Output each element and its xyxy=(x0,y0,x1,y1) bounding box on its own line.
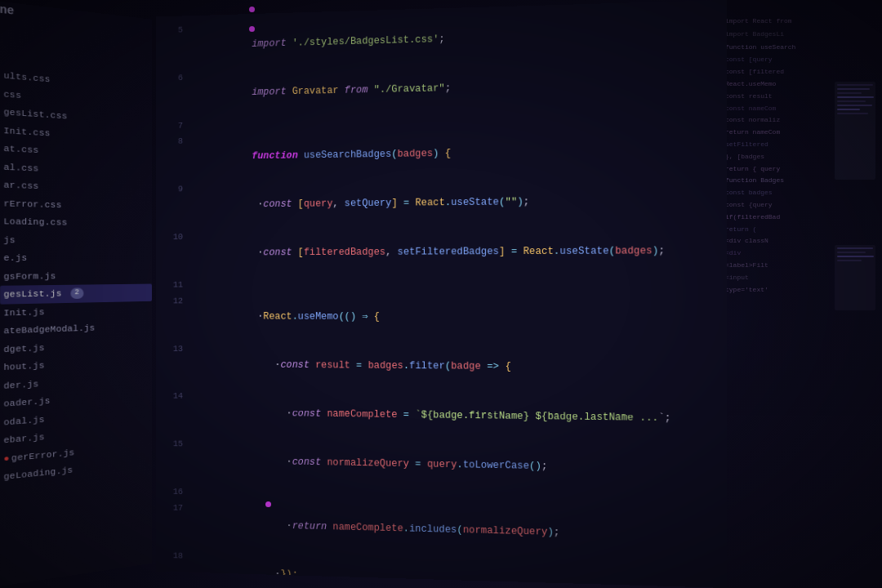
line-number: 9 xyxy=(159,181,183,196)
pink-dot-3 xyxy=(265,501,271,507)
file-name: hout.js xyxy=(3,361,44,372)
file-name: oader.js xyxy=(3,396,50,409)
line-content: ·React.useMemo(() ⇒ { xyxy=(194,293,723,344)
file-name: geLoading.js xyxy=(3,466,73,482)
code-area: 5 import './styles/BadgesList.css'; 6 im… xyxy=(156,0,727,588)
file-name: rError.css xyxy=(3,198,61,210)
line-number: 6 xyxy=(159,70,183,86)
file-item-e-js[interactable]: e.js xyxy=(3,249,152,267)
file-name: ateBadgeModal.js xyxy=(3,323,95,336)
file-item-js[interactable]: js xyxy=(3,231,152,250)
line-number: 18 xyxy=(159,547,183,563)
file-name: odal.js xyxy=(3,414,44,427)
file-name: Init.css xyxy=(3,126,50,138)
line-number: 8 xyxy=(159,134,183,149)
minimap-box-2 xyxy=(835,245,875,310)
code-line-13: 13 ·const result = badges.filter(badge =… xyxy=(156,341,727,394)
file-name: ar.css xyxy=(3,180,38,191)
file-item-gsform-js[interactable]: gsForm.js xyxy=(3,267,152,286)
tne-label: Tne xyxy=(0,2,14,18)
file-name: ebar.js xyxy=(3,432,44,445)
code-editor: 5 import './styles/BadgesList.css'; 6 im… xyxy=(156,0,727,588)
minimap-box xyxy=(835,82,875,180)
file-name: der.js xyxy=(3,379,38,390)
file-name: Init.js xyxy=(3,307,44,318)
file-item-loading-css[interactable]: Loading.css xyxy=(3,212,152,233)
right-panel: import React from import BadgesLi functi… xyxy=(719,0,882,588)
code-line-11: 11 xyxy=(156,276,727,293)
file-name: gesList.css xyxy=(3,107,67,121)
right-code-miniview: import React from import BadgesLi functi… xyxy=(719,0,882,313)
line-number: 15 xyxy=(159,436,183,452)
line-number: 12 xyxy=(159,293,183,308)
file-name: al.css xyxy=(3,162,38,173)
line-content: ·const [filteredBadges, setFilteredBadge… xyxy=(194,225,723,277)
code-line-14: 14 ·const nameComplete = `${badge.firstN… xyxy=(156,388,727,444)
file-name: at.css xyxy=(3,144,38,155)
line-content: ·const nameComplete = `${badge.firstName… xyxy=(194,389,723,444)
screen: ults.css css gesList.css Init.css at.css… xyxy=(0,0,882,588)
line-content: ·const result = badges.filter(badge => { xyxy=(194,341,723,394)
file-tree-panel: ults.css css gesList.css Init.css at.css… xyxy=(0,0,152,588)
file-name: js xyxy=(3,235,16,245)
badge-count: 2 xyxy=(70,288,83,299)
line-number: 10 xyxy=(159,229,183,244)
line-number: 16 xyxy=(159,483,183,499)
line-number: 11 xyxy=(159,277,183,292)
file-name: ults.css xyxy=(3,71,50,85)
line-number: 17 xyxy=(159,500,183,515)
code-line-12: 12 ·React.useMemo(() ⇒ { xyxy=(156,293,727,344)
file-name: gerError.js xyxy=(11,448,74,463)
file-name: e.js xyxy=(3,253,27,263)
line-number: 5 xyxy=(159,22,183,38)
line-number: 7 xyxy=(159,118,183,133)
file-name: gesList.js xyxy=(3,289,61,300)
file-name: Loading.css xyxy=(3,216,67,227)
code-line-9: 9 ·const [query, setQuery] = React.useSt… xyxy=(156,175,727,229)
line-content: function useSearchBadges(badges) { xyxy=(194,124,723,181)
line-content: ·const [query, setQuery] = React.useStat… xyxy=(194,175,723,229)
line-content xyxy=(194,276,723,293)
code-line-10: 10 ·const [filteredBadges, setFilteredBa… xyxy=(156,225,727,277)
pink-dot-1 xyxy=(249,7,255,12)
file-name: css xyxy=(3,89,21,100)
pink-dot-2 xyxy=(249,26,255,32)
error-dot-icon: ● xyxy=(3,453,9,464)
code-line-8: 8 function useSearchBadges(badges) { xyxy=(156,124,727,181)
line-number: 13 xyxy=(159,341,183,355)
file-name: gsForm.js xyxy=(3,271,56,281)
file-name: dget.js xyxy=(3,343,44,354)
line-number: 14 xyxy=(159,388,183,403)
